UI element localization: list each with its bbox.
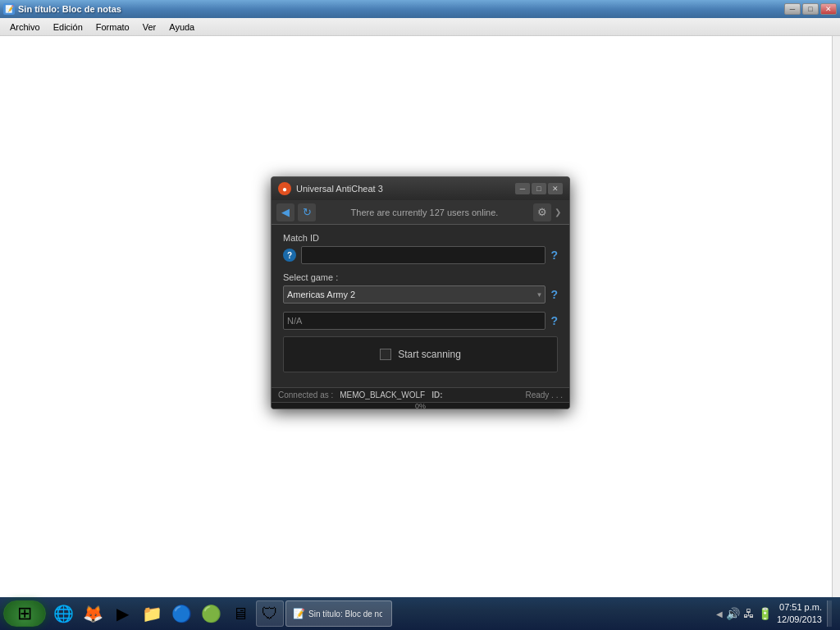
tray-power-icon[interactable]: 🔋 [758,607,772,620]
scan-area: Start scanning [283,336,558,372]
vertical-scrollbar[interactable] [832,36,840,597]
match-id-input[interactable] [301,246,546,264]
windows-logo-icon: ⊞ [17,603,32,624]
taskbar-media-icon[interactable]: ▶ [108,600,136,627]
menu-ver[interactable]: Ver [136,21,163,34]
menu-bar: Archivo Edición Formato Ver Ayuda [0,18,840,36]
menu-formato[interactable]: Formato [89,21,136,34]
taskbar-items: 🌐 🦊 ▶ 📁 🔵 🟢 🖥 🛡 📝 Sin título: Bloc de no… [49,600,716,627]
uac-status-bar: Connected as : MEMO_BLACK_WOLF ID: Ready… [272,387,569,402]
ready-status: Ready . . . [525,390,563,399]
menu-ayuda[interactable]: Ayuda [162,21,201,34]
window-title: Sin título: Bloc de notas [18,4,121,14]
game-select-wrapper: Americas Army 2 Counter-Strike Call of D… [283,285,546,304]
progress-bar: 0% [272,402,569,409]
show-desktop-button[interactable] [827,600,832,627]
match-id-question-icon[interactable]: ? [550,249,558,262]
uac-back-btn[interactable]: ◀ [276,203,294,221]
connected-as-label: Connected as : [278,390,333,399]
tray-hide-icon[interactable]: ◀ [716,609,723,619]
window-controls: ─ □ ✕ [784,3,837,15]
uac-content: Match ID ? ? Select game : Americas Army… [272,225,569,387]
na-row: N/A ? [283,312,558,330]
scan-checkbox[interactable] [380,349,391,360]
clock-time: 07:51 p.m. [777,601,822,614]
uac-maximize-btn[interactable]: □ [532,183,546,194]
maximize-button[interactable]: □ [802,3,819,15]
game-select-question-icon[interactable]: ? [550,288,558,301]
uac-refresh-btn[interactable]: ↻ [298,203,316,221]
select-game-label: Select game : [283,272,558,282]
taskbar-shield-icon[interactable]: 🛡 [256,600,284,627]
taskbar-chrome-icon[interactable]: 🔵 [167,600,195,627]
connected-user: MEMO_BLACK_WOLF [340,390,425,399]
uac-app-icon: ● [278,182,291,195]
uac-title-bar: ● Universal AntiCheat 3 ─ □ ✕ [272,177,569,200]
taskbar: ⊞ 🌐 🦊 ▶ 📁 🔵 🟢 🖥 🛡 📝 Sin título: Bloc de … [0,597,840,630]
taskbar-green-app-icon[interactable]: 🟢 [197,600,225,627]
taskbar-firefox-icon[interactable]: 🦊 [79,600,107,627]
match-id-group: Match ID ? ? [283,233,558,264]
na-question-icon[interactable]: ? [550,314,558,327]
taskbar-window-icon[interactable]: 🖥 [226,600,254,627]
game-select[interactable]: Americas Army 2 Counter-Strike Call of D… [283,285,546,304]
notepad-taskbar-label: Sin título: Bloc de notas [308,609,382,619]
minimize-button[interactable]: ─ [784,3,801,15]
menu-archivo[interactable]: Archivo [3,21,47,34]
uac-online-status: There are currently 127 users online. [316,208,533,217]
tray-network-icon[interactable]: 🖧 [743,607,755,620]
app-icon: 📝 [3,3,15,15]
match-id-help-icon[interactable]: ? [283,249,296,262]
clock-date: 12/09/2013 [777,614,822,626]
uac-nav-arrow[interactable]: ❯ [551,203,564,221]
id-label: ID: [431,390,442,399]
uac-title-text: Universal AntiCheat 3 [296,184,383,194]
system-tray: ◀ 🔊 🖧 🔋 07:51 p.m. 12/09/2013 [716,600,837,627]
scan-label: Start scanning [398,349,461,360]
uac-close-btn[interactable]: ✕ [548,183,563,194]
taskbar-ie-icon[interactable]: 🌐 [49,600,77,627]
taskbar-notepad-item[interactable]: 📝 Sin título: Bloc de notas [285,600,392,627]
close-button[interactable]: ✕ [820,3,837,15]
start-button[interactable]: ⊞ [3,600,46,627]
uac-dialog: ● Universal AntiCheat 3 ─ □ ✕ ◀ ↻ There … [271,176,570,409]
uac-settings-btn[interactable]: ⚙ [533,203,551,221]
menu-edicion[interactable]: Edición [47,21,89,34]
system-clock[interactable]: 07:51 p.m. 12/09/2013 [777,601,822,627]
title-bar: 📝 Sin título: Bloc de notas ─ □ ✕ [0,0,840,18]
select-game-group: Select game : Americas Army 2 Counter-St… [283,272,558,304]
uac-toolbar: ◀ ↻ There are currently 127 users online… [272,200,569,225]
progress-text: 0% [415,402,426,409]
na-field: N/A [283,312,546,330]
uac-minimize-btn[interactable]: ─ [515,183,530,194]
match-id-label: Match ID [283,233,558,243]
tray-volume-icon[interactable]: 🔊 [726,607,740,620]
notepad-taskbar-icon: 📝 [293,608,305,619]
taskbar-folder-icon[interactable]: 📁 [138,600,166,627]
